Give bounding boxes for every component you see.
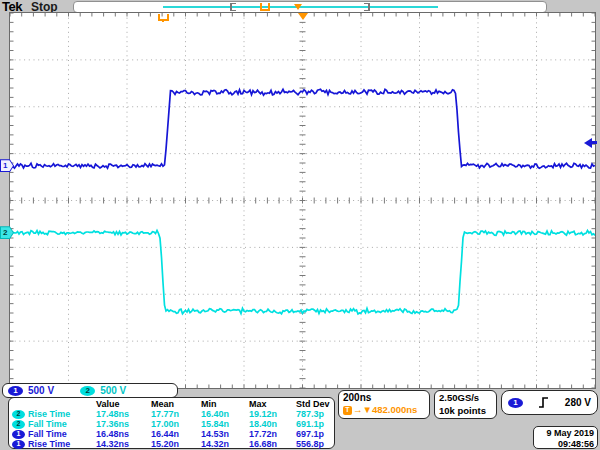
col-header-stddev: Std Dev — [296, 399, 336, 409]
ch2-badge: 2 — [12, 420, 25, 429]
ch2-marker-label: 2 — [3, 228, 7, 237]
waveform-display — [10, 13, 595, 388]
measurement-row: 1Fall Time 16.48ns 16.44n 14.53n 17.72n … — [12, 429, 334, 439]
window-bracket-right — [364, 3, 370, 11]
record-trigger-marker-icon — [260, 3, 270, 11]
trigger-pos-arrow-icon: →▼ — [353, 404, 372, 416]
channel-scale-readout: 1 500 V 2 500 V — [2, 383, 178, 398]
date: 9 May 2019 — [534, 428, 594, 439]
measurement-stddev: 787.3p — [296, 409, 336, 419]
record-length: 10k points — [439, 405, 496, 418]
acquisition-readout: 2.50GS/s 10k points — [434, 390, 497, 419]
measurement-mean: 17.00n — [151, 419, 201, 429]
ch2-badge: 2 — [12, 410, 25, 419]
measurement-max: 18.40n — [249, 419, 296, 429]
expansion-point-marker-icon — [298, 13, 308, 20]
measurement-max: 19.12n — [249, 409, 296, 419]
tek-logo: Tek — [2, 0, 22, 14]
measurement-name: Fall Time — [28, 419, 67, 429]
col-header-max: Max — [249, 399, 296, 409]
measurement-value: 16.48ns — [96, 429, 151, 439]
trigger-position-marker-icon — [158, 14, 169, 21]
trigger-t-icon: T — [343, 406, 352, 415]
measurement-min: 15.84n — [201, 419, 249, 429]
col-header-mean: Mean — [151, 399, 201, 409]
trigger-level: 280 V — [565, 397, 591, 408]
ch2-badge: 2 — [80, 386, 95, 396]
measurement-row: 2Fall Time 17.36ns 17.00n 15.84n 18.40n … — [12, 419, 334, 429]
measurement-table: Value Mean Min Max Std Dev 2Rise Time 17… — [8, 397, 335, 449]
trigger-pos-value: 482.000ns — [372, 404, 417, 416]
measurement-max: 16.68n — [249, 439, 296, 449]
ch2-scale: 500 V — [100, 385, 126, 396]
acquisition-status: Stop — [31, 0, 58, 14]
sample-rate: 2.50GS/s — [439, 392, 496, 405]
col-header-value: Value — [96, 399, 151, 409]
rising-edge-icon — [538, 396, 549, 409]
measurement-value: 17.36ns — [96, 419, 151, 429]
trigger-source-badge: 1 — [508, 398, 523, 408]
measurement-mean: 16.44n — [151, 429, 201, 439]
measurement-name: Fall Time — [28, 429, 67, 439]
timebase-scale: 200ns — [343, 392, 429, 404]
measurement-row: 1Rise Time 14.32ns 15.20n 14.32n 16.68n … — [12, 439, 334, 449]
time: 09:48:56 — [534, 439, 594, 450]
oscilloscope-screen: Tek Stop 1 2 1 500 V 2 500 V Value Mean … — [0, 0, 600, 450]
ch1-marker-label: 1 — [3, 161, 7, 170]
measurement-max: 17.72n — [249, 429, 296, 439]
measurement-value: 17.48ns — [96, 409, 151, 419]
record-expansion-marker-icon — [294, 4, 302, 10]
measurement-name: Rise Time — [28, 409, 70, 419]
window-bracket-left — [230, 3, 236, 11]
measurement-min: 14.53n — [201, 429, 249, 439]
measurement-min: 16.40n — [201, 409, 249, 419]
trigger-level-marker-icon — [584, 138, 597, 148]
measurement-mean: 15.20n — [151, 439, 201, 449]
ch1-badge: 1 — [12, 440, 25, 449]
col-header-min: Min — [201, 399, 249, 409]
measurement-stddev: 697.1p — [296, 429, 336, 439]
measurement-min: 14.32n — [201, 439, 249, 449]
waveform-plot — [10, 13, 595, 388]
ch1-scale: 500 V — [28, 385, 54, 396]
measurement-row: 2Rise Time 17.48ns 17.77n 16.40n 19.12n … — [12, 409, 334, 419]
measurement-header-row: Value Mean Min Max Std Dev — [12, 399, 334, 409]
datetime-readout: 9 May 2019 09:48:56 — [533, 426, 598, 449]
trigger-readout: 1 280 V — [501, 390, 598, 415]
record-view-bar — [73, 1, 547, 13]
measurement-stddev: 556.8p — [296, 439, 336, 449]
measurement-stddev: 691.1p — [296, 419, 336, 429]
timebase-readout: 200ns T →▼ 482.000ns — [338, 390, 430, 419]
trigger-position-readout: T →▼ 482.000ns — [343, 404, 429, 416]
measurement-mean: 17.77n — [151, 409, 201, 419]
ch1-badge: 1 — [12, 430, 25, 439]
measurement-value: 14.32ns — [96, 439, 151, 449]
ch1-badge: 1 — [8, 386, 23, 396]
measurement-name: Rise Time — [28, 439, 70, 449]
